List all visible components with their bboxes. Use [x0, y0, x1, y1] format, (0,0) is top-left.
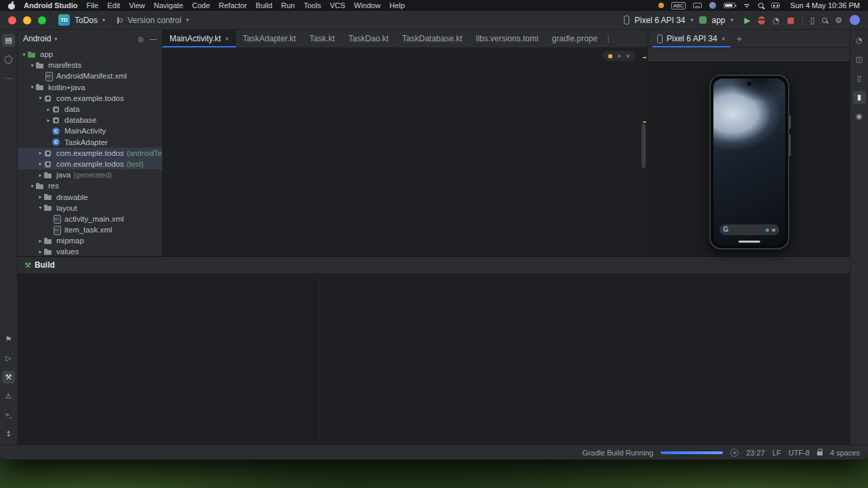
tree-item-res[interactable]: ▾res: [18, 180, 162, 191]
tree-item-com-example-todos-androidtest[interactable]: ▸com.example.todos(androidTest): [18, 148, 162, 159]
apple-menu-icon[interactable]: [8, 1, 15, 9]
editor-scrollbar[interactable]: [642, 123, 646, 168]
locate-file-icon[interactable]: ◎: [138, 35, 144, 43]
chevron-right-icon[interactable]: ▸: [37, 161, 44, 167]
stop-button[interactable]: ■: [787, 16, 794, 24]
terminal-icon[interactable]: >_: [2, 409, 15, 422]
tab-mainactivity-kt[interactable]: MainActivity.kt×: [163, 30, 236, 47]
tab-list-icon[interactable]: ⋮: [604, 34, 612, 43]
device-mirroring-button[interactable]: ▯: [810, 16, 815, 24]
warning-stripe-mark[interactable]: [643, 121, 646, 123]
project-icon[interactable]: ▤: [2, 34, 15, 47]
tree-item-kotlin-java[interactable]: ▾kotlin+java: [18, 82, 162, 93]
tree-item-activity-main-xml[interactable]: activity_main.xml: [18, 214, 162, 224]
tree-item-database[interactable]: ▸database: [18, 115, 162, 125]
chevron-down-icon[interactable]: ▾: [37, 95, 44, 101]
search-everywhere-button[interactable]: [822, 18, 827, 23]
close-icon[interactable]: ×: [722, 35, 726, 43]
cursor-position[interactable]: 23:27: [746, 449, 765, 457]
code-editor[interactable]: ∧ ∨: [163, 47, 648, 256]
vcs-widget[interactable]: Version control: [127, 16, 181, 25]
chevron-right-icon[interactable]: ▸: [37, 172, 44, 178]
build-console[interactable]: [320, 274, 833, 445]
menu-view[interactable]: View: [129, 1, 145, 9]
run-button[interactable]: ▶: [745, 16, 751, 24]
screen-recording-icon[interactable]: [658, 3, 664, 8]
tab-taskadapter-kt[interactable]: TaskAdapter.kt: [236, 30, 303, 47]
gradle-icon[interactable]: ◫: [853, 53, 866, 66]
profiler-button[interactable]: ◔: [772, 16, 779, 24]
tree-item-data[interactable]: ▸data: [18, 104, 162, 115]
debug-button[interactable]: [758, 16, 765, 24]
menu-run[interactable]: Run: [281, 1, 295, 9]
tab-libs-versions-toml[interactable]: libs.versions.toml: [469, 30, 545, 47]
wifi-icon[interactable]: [743, 3, 751, 9]
line-separator[interactable]: LF: [772, 449, 781, 457]
running-devices-icon[interactable]: ▮: [853, 91, 866, 104]
device-tab[interactable]: Pixel 6 API 34 ×: [652, 30, 730, 47]
hide-panel-icon[interactable]: —: [150, 35, 157, 43]
chevron-right-icon[interactable]: ▸: [37, 150, 44, 156]
tree-item-java-generated[interactable]: ▸java(generated): [18, 169, 162, 180]
tab-taskdatabase-kt[interactable]: TaskDatabase.kt: [395, 30, 469, 47]
device-selector[interactable]: Pixel 6 API 34: [635, 16, 686, 25]
menubar-clock[interactable]: Sun 4 May 10:36 PM: [790, 1, 860, 9]
inspections-widget[interactable]: ∧ ∨: [603, 51, 635, 61]
user-avatar[interactable]: [850, 15, 860, 25]
run-tool-icon[interactable]: ▷: [2, 352, 15, 365]
google-search-bar[interactable]: G: [719, 224, 779, 235]
control-center-icon[interactable]: [771, 3, 780, 8]
menu-tools[interactable]: Tools: [304, 1, 321, 9]
phone-screen[interactable]: G: [713, 79, 785, 245]
tree-item-drawable[interactable]: ▸drawable: [18, 191, 162, 202]
tree-item-mainactivity[interactable]: MainActivity: [18, 125, 162, 136]
menu-vcs[interactable]: VCS: [330, 1, 345, 9]
minimize-window-button[interactable]: [23, 16, 31, 24]
keyboard-icon[interactable]: [693, 3, 702, 8]
menu-build[interactable]: Build: [256, 1, 272, 9]
tree-item-manifests[interactable]: ▾manifests: [18, 60, 162, 70]
chevron-right-icon[interactable]: ▸: [37, 194, 44, 200]
menubar-app-name[interactable]: Android Studio: [24, 1, 77, 9]
tab-taskdao-kt[interactable]: TaskDao.kt: [342, 30, 395, 47]
cancel-build-button[interactable]: ×: [730, 449, 738, 457]
device-manager-icon[interactable]: ▯: [853, 72, 866, 85]
tab-gradle-prope[interactable]: gradle.prope: [545, 30, 604, 47]
commit-icon[interactable]: ◯: [2, 53, 15, 66]
lock-icon[interactable]: [817, 451, 823, 455]
close-window-button[interactable]: [8, 16, 16, 24]
siri-icon[interactable]: [709, 2, 716, 9]
close-icon[interactable]: ×: [225, 35, 229, 43]
bookmarks-icon[interactable]: ⚑: [2, 333, 15, 346]
menu-window[interactable]: Window: [354, 1, 380, 9]
tab-task-kt[interactable]: Task.kt: [302, 30, 341, 47]
build-tool-icon[interactable]: ⚒: [2, 371, 15, 384]
tree-item-app[interactable]: ▾app: [18, 49, 162, 60]
project-selector[interactable]: ToDos: [75, 16, 98, 25]
fullscreen-window-button[interactable]: [38, 16, 46, 24]
add-device-tab-button[interactable]: +: [735, 34, 745, 44]
chevron-right-icon[interactable]: ▸: [45, 106, 52, 113]
menu-navigate[interactable]: Navigate: [154, 1, 183, 9]
chevron-right-icon[interactable]: ▸: [37, 238, 44, 244]
menu-help[interactable]: Help: [389, 1, 405, 9]
tree-item-mipmap[interactable]: ▸mipmap: [18, 235, 162, 246]
lens-icon[interactable]: [772, 228, 775, 232]
tree-item-taskadapter[interactable]: TaskAdapter: [18, 137, 162, 148]
chevron-up-icon[interactable]: ∧: [617, 53, 621, 59]
run-config-selector[interactable]: app: [712, 16, 726, 25]
tree-item-layout[interactable]: ▾layout: [18, 203, 162, 214]
menu-refactor[interactable]: Refactor: [219, 1, 248, 9]
tree-item-item-task-xml[interactable]: item_task.xml: [18, 224, 162, 235]
chevron-down-icon[interactable]: ∨: [626, 53, 630, 59]
chevron-down-icon[interactable]: ▾: [37, 205, 44, 211]
tree-item-com-example-todos-test[interactable]: ▸com.example.todos(test): [18, 159, 162, 169]
tree-item-values[interactable]: ▸values: [18, 246, 162, 256]
indent-style[interactable]: 4 spaces: [830, 449, 860, 457]
more-tool-windows-icon[interactable]: ⋯: [2, 72, 15, 85]
problems-icon[interactable]: ⚠: [2, 390, 15, 403]
chevron-down-icon[interactable]: ▾: [28, 84, 36, 90]
chevron-right-icon[interactable]: ▸: [37, 249, 44, 255]
settings-button[interactable]: ⚙: [835, 16, 842, 24]
battery-icon[interactable]: [724, 3, 735, 8]
